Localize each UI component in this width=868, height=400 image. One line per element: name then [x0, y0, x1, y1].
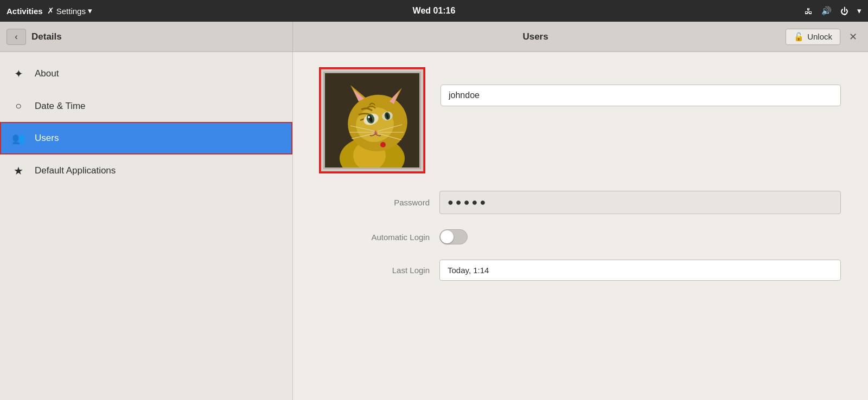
sidebar-item-about[interactable]: ✦ About: [0, 57, 292, 90]
main-content: ✦ About ○ Date & Time 👥 Users ★ Default …: [0, 52, 868, 400]
settings-window: ‹ Details Users 🔓 Unlock ✕ ✦ About ○: [0, 22, 868, 400]
users-title: Users: [522, 31, 548, 42]
volume-icon[interactable]: 🔊: [821, 6, 832, 16]
sidebar-item-users-label: Users: [35, 133, 59, 144]
sidebar-item-datetime[interactable]: ○ Date & Time: [0, 90, 292, 122]
username-field-container: [441, 85, 841, 106]
sidebar-item-default-apps-label: Default Applications: [35, 165, 116, 176]
topbar-left: Activities ✗ Settings ▾: [7, 6, 291, 16]
default-apps-icon: ★: [12, 164, 25, 177]
settings-arrow-icon: ▾: [88, 6, 92, 16]
sidebar: ✦ About ○ Date & Time 👥 Users ★ Default …: [0, 52, 293, 400]
topbar-clock: Wed 01:16: [291, 6, 576, 16]
svg-point-14: [368, 116, 370, 118]
settings-menu[interactable]: ✗ Settings ▾: [47, 6, 92, 16]
close-button[interactable]: ✕: [846, 30, 860, 44]
autologin-row: Automatic Login: [320, 222, 841, 252]
about-icon: ✦: [12, 67, 25, 80]
svg-point-25: [380, 142, 386, 147]
headerbar-right: 🔓 Unlock ✕: [778, 29, 868, 45]
last-login-row: Last Login: [320, 252, 841, 288]
headerbar-center: Users: [293, 31, 778, 42]
autologin-label: Automatic Login: [320, 233, 439, 242]
password-label: Password: [320, 198, 439, 207]
toggle-knob: [441, 230, 454, 243]
network-icon[interactable]: 🖧: [805, 7, 813, 16]
sidebar-item-users[interactable]: 👥 Users: [0, 122, 292, 154]
headerbar-left: ‹ Details: [0, 22, 293, 51]
last-login-label: Last Login: [320, 266, 439, 275]
sidebar-item-datetime-label: Date & Time: [35, 101, 86, 112]
password-row: Password: [320, 183, 841, 222]
username-input[interactable]: [441, 85, 841, 106]
user-section: [320, 68, 841, 172]
back-icon: ‹: [15, 32, 17, 42]
datetime-icon: ○: [12, 100, 25, 112]
users-icon: 👥: [12, 132, 25, 145]
right-panel: Password Automatic Login Last Login: [293, 52, 868, 400]
settings-label: Settings: [56, 7, 86, 16]
sidebar-item-default-apps[interactable]: ★ Default Applications: [0, 154, 292, 187]
datetime-display: Wed 01:16: [413, 6, 456, 15]
last-login-value: [439, 260, 841, 281]
close-icon: ✕: [849, 31, 857, 42]
power-arrow-icon[interactable]: ▾: [857, 6, 861, 16]
headerbar: ‹ Details Users 🔓 Unlock ✕: [0, 22, 868, 52]
sidebar-item-about-label: About: [35, 68, 59, 79]
back-button[interactable]: ‹: [7, 29, 26, 45]
avatar[interactable]: [323, 72, 421, 169]
avatar-container[interactable]: [320, 68, 424, 172]
password-field[interactable]: [439, 191, 841, 214]
unlock-button[interactable]: 🔓 Unlock: [786, 29, 840, 45]
autologin-toggle[interactable]: [439, 229, 468, 244]
password-value: [439, 191, 841, 214]
topbar: Activities ✗ Settings ▾ Wed 01:16 🖧 🔊 ⏻ …: [0, 0, 868, 22]
last-login-field[interactable]: [439, 260, 841, 281]
unlock-label: Unlock: [807, 32, 832, 41]
cat-image: [323, 72, 421, 169]
wrench-icon: ✗: [47, 6, 54, 16]
panel-title: Details: [31, 31, 62, 42]
lock-icon: 🔓: [794, 32, 804, 42]
power-icon[interactable]: ⏻: [840, 7, 848, 16]
activities-button[interactable]: Activities: [7, 7, 43, 16]
topbar-right: 🖧 🔊 ⏻ ▾: [577, 6, 861, 16]
autologin-value: [439, 229, 841, 244]
